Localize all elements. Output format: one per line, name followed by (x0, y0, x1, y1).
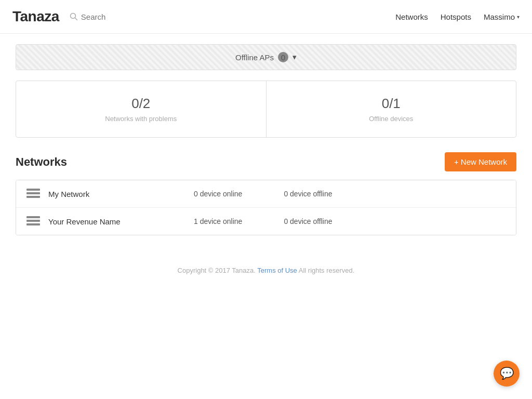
network-stats: 0 device online 0 device offline (194, 190, 506, 198)
svg-line-1 (75, 18, 77, 20)
footer-suffix: All rights reserved. (299, 267, 355, 274)
network-layers-icon (26, 189, 40, 199)
offline-aps-caret: ▾ (292, 52, 297, 62)
new-network-button[interactable]: + New Network (445, 152, 516, 171)
footer: Copyright © 2017 Tanaza. Terms of Use Al… (16, 267, 516, 274)
network-offline-count: 0 device offline (284, 190, 332, 198)
footer-text: Copyright © 2017 Tanaza. (178, 267, 256, 274)
logo: Tanaza (12, 8, 59, 25)
network-stats: 1 device online 0 device offline (194, 217, 506, 225)
search-bar[interactable] (70, 12, 143, 21)
nav-networks[interactable]: Networks (395, 12, 428, 21)
network-offline-count: 0 device offline (284, 217, 332, 225)
stat-offline-devices-label: Offline devices (277, 115, 506, 123)
stat-networks-problems-label: Networks with problems (26, 115, 256, 123)
nav-user[interactable]: Massimo ▾ (484, 12, 520, 21)
header-left: Tanaza (12, 8, 143, 25)
chat-widget[interactable]: 💬 (494, 361, 520, 387)
table-row[interactable]: Your Revenue Name 1 device online 0 devi… (16, 208, 516, 235)
stat-offline-devices-value: 0/1 (277, 96, 506, 112)
stats-row: 0/2 Networks with problems 0/1 Offline d… (16, 81, 516, 138)
chat-icon: 💬 (500, 367, 514, 380)
networks-header: Networks + New Network (16, 152, 516, 171)
network-online-count: 1 device online (194, 217, 242, 225)
network-list: My Network 0 device online 0 device offl… (16, 180, 516, 235)
nav-user-name: Massimo (484, 12, 515, 21)
caret-down-icon: ▾ (517, 14, 520, 20)
search-input[interactable] (81, 12, 143, 21)
stat-networks-problems-value: 0/2 (26, 96, 256, 112)
header: Tanaza Networks Hotspots Massimo ▾ (0, 0, 532, 34)
terms-of-use-link[interactable]: Terms of Use (257, 267, 297, 274)
search-icon (70, 12, 78, 21)
offline-aps-bar[interactable]: Offline APs 0 ▾ (16, 44, 516, 70)
offline-aps-count: 0 (278, 52, 288, 62)
stat-offline-devices: 0/1 Offline devices (267, 81, 516, 137)
network-name: Your Revenue Name (48, 217, 152, 226)
network-online-count: 0 device online (194, 190, 242, 198)
stat-networks-problems: 0/2 Networks with problems (16, 81, 267, 137)
table-row[interactable]: My Network 0 device online 0 device offl… (16, 180, 516, 208)
offline-aps-label: Offline APs (235, 53, 274, 62)
networks-title: Networks (16, 155, 67, 169)
network-name: My Network (48, 190, 152, 198)
network-layers-icon (26, 216, 40, 227)
main-content: Offline APs 0 ▾ 0/2 Networks with proble… (0, 34, 532, 285)
nav-hotspots[interactable]: Hotspots (441, 12, 471, 21)
header-nav: Networks Hotspots Massimo ▾ (395, 12, 520, 21)
